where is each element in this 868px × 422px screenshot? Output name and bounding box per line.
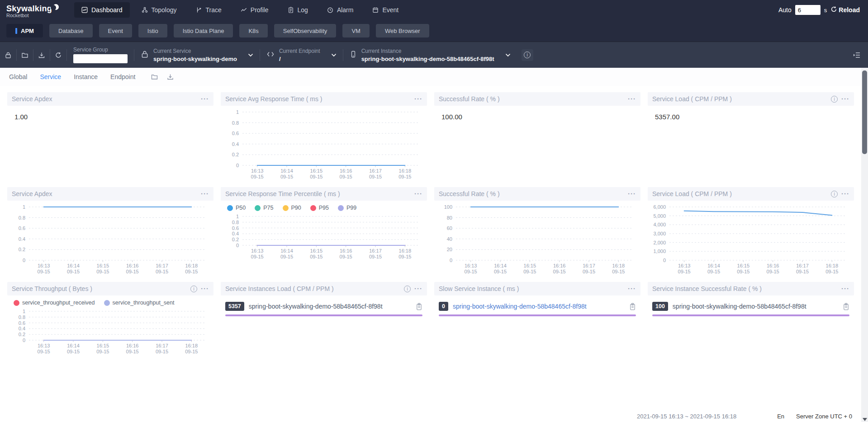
legend-item-p99[interactable]: P99 — [338, 205, 356, 211]
svg-text:0.2: 0.2 — [232, 152, 239, 157]
card-header: Service Apdex — [7, 187, 213, 201]
import-icon[interactable] — [33, 49, 50, 61]
download-icon[interactable] — [166, 73, 174, 80]
legend-item-p50[interactable]: P50 — [227, 205, 246, 211]
card-menu-button[interactable] — [841, 192, 849, 196]
nav-item-log[interactable]: Log — [280, 2, 315, 18]
lock-icon[interactable] — [0, 49, 16, 61]
info-icon[interactable]: i — [404, 286, 411, 292]
card-menu-button[interactable] — [201, 286, 209, 291]
info-icon: i — [524, 52, 531, 58]
pill-database[interactable]: Database — [49, 24, 93, 38]
card-menu-button[interactable] — [841, 97, 849, 101]
instance-link[interactable]: spring-boot-skywalking-demo-58b48465cf-8… — [249, 303, 383, 310]
pill-event[interactable]: Event — [99, 24, 132, 38]
auto-interval-input[interactable] — [795, 5, 821, 15]
metric-value: 100.00 — [434, 106, 640, 121]
trace-icon — [196, 7, 202, 13]
reload-button[interactable]: Reload — [830, 6, 860, 14]
legend-item-p75[interactable]: P75 — [255, 205, 273, 211]
logo-title: Skywalking — [6, 4, 52, 13]
pill-apm[interactable]: APM — [6, 24, 43, 38]
instance-info-button[interactable]: i — [522, 49, 533, 61]
svg-text:16:1409-15: 16:1409-15 — [280, 248, 293, 259]
pill-k8s[interactable]: K8s — [239, 24, 267, 38]
card-menu-button[interactable] — [841, 286, 849, 291]
nav-item-dashboard[interactable]: Dashboard — [74, 2, 130, 18]
card-service-throughput: Service Throughput ( Bytes ) i service_t… — [7, 282, 213, 355]
card-menu-button[interactable] — [201, 97, 209, 101]
card-menu-button[interactable] — [628, 286, 636, 291]
current-endpoint-select[interactable]: Current Endpoint / — [260, 42, 343, 68]
folder-icon[interactable] — [151, 73, 158, 80]
card-menu-button[interactable] — [201, 192, 209, 196]
nav-item-profile[interactable]: Profile — [233, 2, 276, 18]
chevron-down-icon — [331, 53, 337, 57]
pill-istio-data-plane[interactable]: Istio Data Plane — [174, 24, 233, 38]
instance-link[interactable]: spring-boot-skywalking-demo-58b48465cf-8… — [673, 303, 806, 310]
tab-instance[interactable]: Instance — [74, 73, 98, 80]
current-service-select[interactable]: Current Service spring-boot-skywalking-d… — [134, 42, 260, 68]
scroll-down-arrow-icon[interactable] — [863, 418, 867, 421]
card-menu-button[interactable] — [414, 286, 422, 291]
card-menu-button[interactable] — [414, 97, 422, 101]
pill-istio[interactable]: Istio — [138, 24, 167, 38]
card-menu-button[interactable] — [414, 192, 422, 196]
svg-text:0.6: 0.6 — [232, 131, 239, 136]
instance-row: 5357 spring-boot-skywalking-demo-58b4846… — [221, 295, 427, 316]
language-toggle[interactable]: En — [777, 413, 784, 420]
pill-vm[interactable]: VM — [342, 24, 370, 38]
svg-text:16:1509-15: 16:1509-15 — [310, 248, 323, 259]
card-menu-button[interactable] — [628, 97, 636, 101]
alarm-icon — [327, 7, 333, 13]
card-title: Service Apdex — [12, 190, 52, 197]
card-menu-button[interactable] — [628, 192, 636, 196]
pill-label: Event — [108, 28, 123, 34]
service-apdex-chart: 00.20.40.60.8116:1309-1516:1409-1516:150… — [7, 202, 213, 275]
instance-link[interactable]: spring-boot-skywalking-demo-58b48465cf-8… — [453, 303, 587, 310]
svg-text:0.2: 0.2 — [232, 237, 239, 242]
svg-text:16:1409-15: 16:1409-15 — [280, 168, 293, 179]
info-icon[interactable]: i — [190, 286, 197, 292]
nav-item-trace[interactable]: Trace — [189, 2, 229, 18]
copy-icon[interactable] — [843, 303, 849, 310]
svg-text:16:1309-15: 16:1309-15 — [251, 248, 264, 259]
svg-text:0: 0 — [450, 258, 452, 263]
vertical-scrollbar[interactable] — [861, 68, 868, 422]
main-nav: Dashboard Topology Trace Profile Log Ala… — [74, 2, 406, 18]
nav-item-event[interactable]: Event — [365, 2, 406, 18]
svg-text:5,000: 5,000 — [653, 213, 666, 219]
copy-icon[interactable] — [416, 303, 422, 310]
refresh-icon[interactable] — [50, 49, 66, 61]
percentile-chart: 00.20.40.60.8116:1309-1516:1409-1516:150… — [221, 212, 427, 260]
info-icon[interactable]: i — [831, 191, 838, 197]
logo-subtitle: Rocketbot — [6, 13, 74, 18]
service-group-input[interactable] — [73, 54, 128, 63]
legend-item-p90[interactable]: P90 — [283, 205, 301, 211]
server-zone-setting[interactable]: Server Zone UTC + 0 — [796, 413, 852, 420]
info-icon[interactable]: i — [831, 96, 838, 103]
tab-endpoint[interactable]: Endpoint — [110, 73, 135, 80]
pill-selfobservability[interactable]: SelfObservability — [274, 24, 337, 38]
app-logo[interactable]: Skywalking Rocketbot — [6, 5, 74, 18]
card-title: Successful Rate ( % ) — [439, 190, 500, 197]
nav-item-alarm[interactable]: Alarm — [320, 2, 361, 18]
copy-icon[interactable] — [629, 303, 636, 310]
tab-global[interactable]: Global — [9, 73, 27, 80]
service-group-label: Service Group — [73, 47, 128, 53]
legend-item-received[interactable]: service_throughput_received — [14, 300, 95, 306]
tab-service[interactable]: Service — [40, 73, 61, 80]
pill-web-browser[interactable]: Web Browser — [376, 24, 429, 38]
scrollbar-thumb[interactable] — [862, 70, 867, 154]
svg-text:60: 60 — [447, 225, 452, 231]
legend-item-sent[interactable]: service_throughput_sent — [104, 300, 175, 306]
svg-text:2,000: 2,000 — [653, 240, 666, 245]
current-instance-select[interactable]: Current Instance spring-boot-skywalking-… — [343, 42, 517, 68]
collapse-panel-button[interactable] — [853, 52, 861, 59]
legend-item-p95[interactable]: P95 — [310, 205, 329, 211]
svg-text:16:1509-15: 16:1509-15 — [96, 263, 109, 274]
nav-item-topology[interactable]: Topology — [134, 2, 184, 18]
folder-icon[interactable] — [17, 49, 33, 61]
svg-text:1: 1 — [236, 109, 239, 115]
auto-label: Auto — [778, 6, 792, 14]
